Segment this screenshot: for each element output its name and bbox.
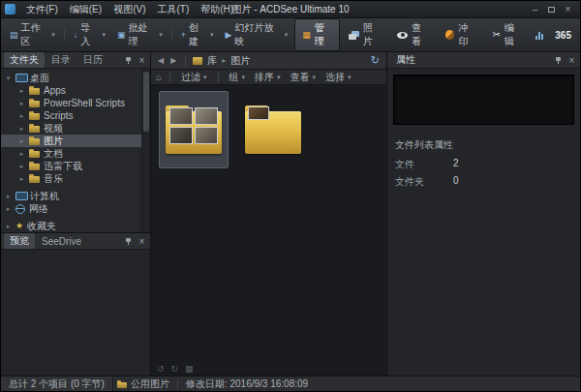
menu-view[interactable]: 视图(V) — [107, 2, 151, 17]
rotate-right-icon[interactable]: ↻ — [171, 365, 179, 374]
tree-scrollbar[interactable] — [141, 69, 150, 232]
pin-icon[interactable] — [555, 56, 564, 65]
tree-item-thunder-downloads[interactable]: ▸ 迅雷下载 — [1, 160, 150, 172]
tree-item-powershell-scripts[interactable]: ▸ PowerShell Scripts — [1, 97, 150, 109]
properties-title: 属性 — [390, 52, 421, 68]
folder-tile[interactable] — [238, 91, 308, 168]
expand-arrow-icon[interactable]: ▸ — [18, 100, 25, 107]
slideshow-button[interactable]: ▶ 幻灯片放映 ▾ — [221, 19, 293, 50]
menu-edit[interactable]: 编辑(E) — [64, 2, 107, 17]
filter-dropdown[interactable]: 过滤 ▾ — [178, 71, 210, 84]
back-button[interactable]: ◀ — [156, 56, 166, 65]
preview-area — [1, 250, 150, 376]
batch-button[interactable]: ▣ 批处理 ▾ — [112, 19, 168, 50]
sort-dropdown[interactable]: 排序 ▾ — [252, 71, 284, 84]
folder-icon — [29, 111, 40, 120]
mode-view[interactable]: 查看 — [390, 19, 437, 50]
tree-item-music[interactable]: ▸ 音乐 — [1, 172, 150, 185]
view-dropdown[interactable]: 查看 ▾ — [288, 71, 320, 84]
close-panel-icon[interactable]: × — [566, 55, 577, 66]
pin-icon[interactable] — [125, 237, 134, 246]
eye-icon — [397, 32, 408, 39]
import-button[interactable]: ↓ 导入 ▾ — [69, 19, 110, 50]
pin-icon[interactable] — [125, 56, 134, 65]
expand-arrow-icon[interactable]: ▸ — [18, 137, 25, 145]
close-button[interactable]: × — [560, 3, 576, 16]
left-panel: 文件夹 目录 日历 × ▾ 桌面 ▸ Apps — [1, 52, 151, 376]
tree-item-computer[interactable]: ▸ 计算机 — [1, 190, 150, 202]
home-icon[interactable]: ⌂ — [156, 72, 162, 82]
file-list-properties-header: 文件列表属性 — [387, 131, 580, 156]
refresh-icon[interactable]: ↻ — [369, 55, 382, 66]
create-button[interactable]: + 创建 ▾ — [176, 19, 219, 50]
maximize-button[interactable] — [543, 3, 560, 16]
dashboard-icon[interactable] — [535, 31, 543, 40]
mode-manage-label: 管理 — [315, 21, 333, 48]
expand-arrow-icon[interactable]: ▸ — [18, 125, 25, 133]
expand-arrow-icon[interactable]: ▸ — [18, 150, 25, 158]
expand-arrow-icon[interactable]: ▸ — [5, 193, 12, 200]
tree-item-videos[interactable]: ▸ 视频 — [1, 122, 150, 135]
tree-item-scripts[interactable]: ▸ Scripts — [1, 109, 150, 122]
expand-arrow-icon[interactable]: ▸ — [18, 112, 25, 120]
breadcrumb-root[interactable]: 库 — [205, 54, 219, 68]
tree-item-network[interactable]: ▸ 网络 — [1, 202, 150, 215]
expand-arrow-icon[interactable]: ▸ — [18, 163, 25, 170]
properties-panel: 属性 × 文件列表属性 文件 2 文件夹 0 — [386, 52, 580, 376]
mode-develop[interactable]: 冲印 — [439, 19, 483, 50]
menu-help[interactable]: 帮助(H) — [195, 2, 239, 17]
modified-date-status: 修改日期: 2016/9/3 16:08:09 — [182, 377, 312, 391]
group-dropdown[interactable]: 组 ▾ — [227, 71, 249, 84]
preview-panel-tabs: 预览 SeeDrive × — [1, 233, 150, 250]
folder-icon — [29, 136, 40, 145]
mode-manage[interactable]: ▦ 管理 — [294, 18, 340, 51]
photos-stack-icon — [349, 31, 358, 40]
tab-seedrive[interactable]: SeeDrive — [36, 235, 87, 248]
breadcrumb-current[interactable]: 图片 — [229, 54, 252, 68]
folder-thumbnail-icon — [166, 106, 222, 154]
tree-item-documents[interactable]: ▸ 文档 — [1, 147, 150, 160]
mode-photos-label: 照片 — [363, 21, 382, 48]
close-panel-icon[interactable]: × — [137, 55, 147, 66]
minimize-button[interactable]: – — [527, 3, 543, 16]
select-dropdown[interactable]: 选择 ▾ — [322, 71, 354, 84]
tab-catalog[interactable]: 目录 — [46, 52, 76, 68]
caret-down-icon: ▾ — [51, 31, 55, 39]
expand-arrow-icon[interactable]: ▸ — [5, 223, 12, 230]
app-logo-icon — [5, 4, 15, 15]
caret-down-icon: ▾ — [348, 74, 352, 81]
tab-folders[interactable]: 文件夹 — [4, 52, 45, 68]
caret-down-icon: ▾ — [102, 31, 106, 39]
tree-item-pictures[interactable]: ▸ 图片 — [1, 135, 150, 147]
maximize-icon — [548, 7, 555, 13]
grid-view-icon[interactable]: ▦ — [185, 365, 194, 374]
mode-edit[interactable]: ✂ 编辑 — [485, 19, 529, 50]
thumbnail-grid[interactable] — [151, 85, 386, 363]
folder-tile-selected[interactable] — [159, 91, 229, 168]
menu-tools[interactable]: 工具(T) — [151, 2, 195, 17]
item-count-status: 总计 2 个项目 (0 字节) — [1, 377, 113, 391]
tree-item-desktop[interactable]: ▾ 桌面 — [1, 72, 150, 84]
toolbar-separator — [64, 29, 65, 42]
menu-file[interactable]: 文件(F) — [20, 2, 64, 17]
expand-arrow-icon[interactable]: ▾ — [5, 75, 12, 82]
tree-item-favorites[interactable]: ▸ ★ 收藏夹 — [1, 220, 150, 232]
folder-thumbnail-icon — [245, 106, 301, 154]
slideshow-icon: ▶ — [226, 31, 232, 40]
breadcrumb-bar: ◀ ▶ 库 ▸ 图片 ↻ — [151, 52, 386, 70]
tab-preview[interactable]: 预览 — [4, 233, 35, 249]
expand-arrow-icon[interactable]: ▸ — [18, 175, 25, 183]
expand-arrow-icon[interactable]: ▸ — [5, 205, 12, 213]
scrollbar-thumb[interactable] — [143, 72, 149, 132]
close-panel-icon[interactable]: × — [137, 236, 147, 247]
mode-edit-label: 编辑 — [505, 21, 523, 48]
expand-arrow-icon[interactable]: ▸ — [18, 87, 25, 95]
acdsee-365-button[interactable]: 365 — [550, 30, 576, 41]
rotate-left-icon[interactable]: ↺ — [157, 365, 165, 374]
tab-calendar[interactable]: 日历 — [77, 52, 108, 68]
mode-photos[interactable]: 照片 — [342, 19, 387, 50]
workspace-button[interactable]: ▤ 工作区 ▾ — [5, 19, 60, 50]
forward-button[interactable]: ▶ — [168, 56, 178, 65]
separator — [169, 73, 170, 82]
tree-item-apps[interactable]: ▸ Apps — [1, 84, 150, 97]
